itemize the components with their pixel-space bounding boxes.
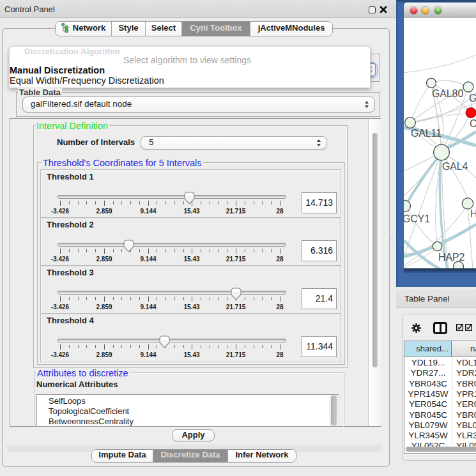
svg-text:C: C: [470, 118, 476, 129]
svg-text:GCY1: GCY1: [404, 213, 430, 224]
svg-text:HAP2: HAP2: [438, 252, 464, 263]
svg-text:GAL4: GAL4: [442, 161, 468, 172]
svg-text:GAL80: GAL80: [432, 88, 463, 99]
svg-text:H: H: [470, 208, 476, 219]
svg-text:GA: GA: [469, 93, 476, 104]
svg-text:GAL11: GAL11: [411, 128, 441, 139]
